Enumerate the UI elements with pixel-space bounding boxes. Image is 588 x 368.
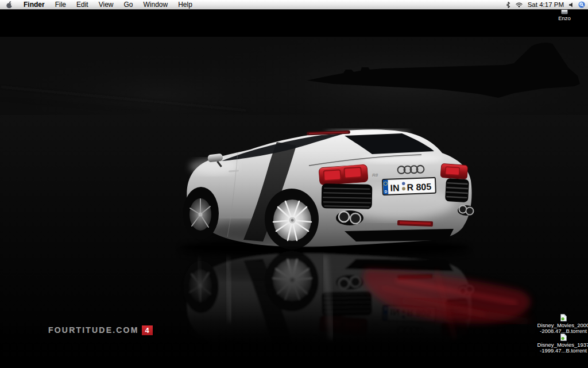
apple-icon [6, 1, 13, 9]
menu-item-view[interactable]: View [94, 0, 119, 9]
menu-bar: Finder File Edit View Go Window Help Sat… [0, 0, 588, 10]
torrent-file-icon [560, 314, 567, 321]
desktop-icon-enzo[interactable]: Enzo [539, 9, 588, 21]
fourtitude-watermark: FOURTITUDE.COM 4 [48, 324, 153, 336]
left-exhaust-pipes [336, 210, 363, 225]
volume-icon[interactable] [569, 2, 573, 7]
wifi-icon[interactable] [516, 2, 523, 7]
menu-bar-clock[interactable]: Sat 4:17 PM [528, 1, 564, 8]
plate-country: D [385, 189, 388, 193]
wallpaper-image: R8 D IN R 805 [0, 0, 588, 368]
apple-menu[interactable] [0, 1, 18, 9]
right-taillight [440, 163, 468, 179]
bluetooth-icon[interactable] [506, 2, 510, 8]
license-plate: D IN R 805 [382, 178, 436, 195]
rear-wheel [265, 189, 319, 250]
torrent-file-icon [560, 334, 567, 341]
fourtitude-text: FOURTITUDE.COM [48, 325, 139, 335]
left-taillight [319, 164, 368, 185]
right-grille [445, 178, 469, 202]
desktop-icon-torrent-1[interactable]: Disney_Movies_2000 -2008.47...B.torrent [535, 314, 588, 334]
menu-item-help[interactable]: Help [173, 0, 198, 9]
desktop-icon-label: -1999.47...B.torrent [540, 348, 587, 354]
fourtitude-badge: 4 [142, 325, 153, 335]
plate-number: R 805 [407, 182, 431, 192]
right-exhaust-pipes [458, 205, 475, 216]
plate-city: IN [390, 183, 400, 193]
spotlight-icon[interactable] [578, 1, 585, 8]
menu-item-edit[interactable]: Edit [71, 0, 94, 9]
desktop-icon-torrent-2[interactable]: Disney_Movies_1937 -1999.47...B.torrent [535, 334, 588, 354]
menu-item-window[interactable]: Window [138, 0, 173, 9]
r8-badge: R8 [372, 172, 378, 178]
front-wheel [183, 187, 219, 240]
menu-item-finder[interactable]: Finder [18, 0, 50, 9]
desktop-icon-label: Enzo [558, 16, 571, 21]
left-grille [322, 183, 373, 209]
menu-item-file[interactable]: File [50, 0, 71, 9]
menu-item-go[interactable]: Go [119, 0, 138, 9]
